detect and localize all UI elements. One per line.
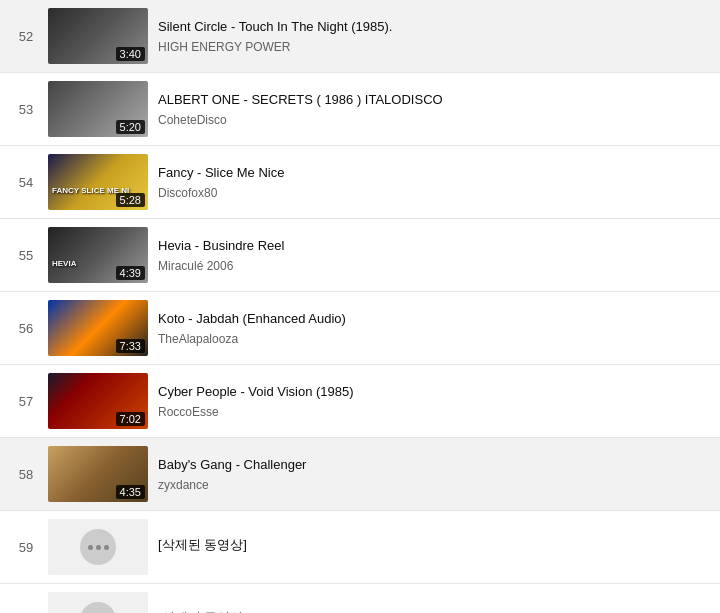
item-title: Silent Circle - Touch In The Night (1985… — [158, 18, 708, 36]
duration-badge: 5:20 — [116, 120, 145, 134]
thumbnail-wrapper — [48, 519, 148, 575]
playlist-item[interactable]: 567:33Koto - Jabdah (Enhanced Audio)TheA… — [0, 292, 720, 365]
duration-badge: 5:28 — [116, 193, 145, 207]
item-title: Baby's Gang - Challenger — [158, 456, 708, 474]
playlist-item[interactable]: 55HEVIA4:39Hevia - Busindre ReelMiraculé… — [0, 219, 720, 292]
item-channel: Miraculé 2006 — [158, 259, 708, 273]
item-info: Cyber People - Void Vision (1985)RoccoEs… — [158, 383, 708, 418]
item-title: Fancy - Slice Me Nice — [158, 164, 708, 182]
playlist-item[interactable]: 59[삭제된 동영상] — [0, 511, 720, 584]
item-info: Hevia - Busindre ReelMiraculé 2006 — [158, 237, 708, 272]
playlist-item[interactable]: 523:40Silent Circle - Touch In The Night… — [0, 0, 720, 73]
item-channel: zyxdance — [158, 478, 708, 492]
item-title: [삭제된 동영상] — [158, 536, 708, 554]
duration-badge: 4:35 — [116, 485, 145, 499]
duration-badge: 7:33 — [116, 339, 145, 353]
playlist-item[interactable]: 60[삭제된 동영상] — [0, 584, 720, 613]
item-number: 55 — [12, 248, 40, 263]
playlist-container: 523:40Silent Circle - Touch In The Night… — [0, 0, 720, 613]
thumbnail-wrapper: 5:20 — [48, 81, 148, 137]
item-info: [삭제된 동영상] — [158, 536, 708, 557]
item-info: Fancy - Slice Me NiceDiscofox80 — [158, 164, 708, 199]
item-channel: TheAlapalooza — [158, 332, 708, 346]
item-info: Koto - Jabdah (Enhanced Audio)TheAlapalo… — [158, 310, 708, 345]
item-title: ALBERT ONE - SECRETS ( 1986 ) ITALODISCO — [158, 91, 708, 109]
duration-badge: 7:02 — [116, 412, 145, 426]
item-number: 56 — [12, 321, 40, 336]
duration-badge: 3:40 — [116, 47, 145, 61]
thumbnail-wrapper: 3:40 — [48, 8, 148, 64]
playlist-item[interactable]: 577:02Cyber People - Void Vision (1985)R… — [0, 365, 720, 438]
item-channel: CoheteDisco — [158, 113, 708, 127]
item-number: 59 — [12, 540, 40, 555]
playlist-item[interactable]: 535:20ALBERT ONE - SECRETS ( 1986 ) ITAL… — [0, 73, 720, 146]
item-number: 53 — [12, 102, 40, 117]
deleted-icon — [80, 602, 116, 613]
item-title: Koto - Jabdah (Enhanced Audio) — [158, 310, 708, 328]
item-channel: Discofox80 — [158, 186, 708, 200]
playlist-item[interactable]: 54FANCY SLICE ME NI5:28Fancy - Slice Me … — [0, 146, 720, 219]
thumbnail-wrapper: 7:02 — [48, 373, 148, 429]
item-number: 52 — [12, 29, 40, 44]
item-title: Hevia - Busindre Reel — [158, 237, 708, 255]
item-info: [삭제된 동영상] — [158, 609, 708, 613]
playlist-item[interactable]: 584:35Baby's Gang - Challengerzyxdance — [0, 438, 720, 511]
duration-badge: 4:39 — [116, 266, 145, 280]
item-channel: RoccoEsse — [158, 405, 708, 419]
item-info: Silent Circle - Touch In The Night (1985… — [158, 18, 708, 53]
item-info: Baby's Gang - Challengerzyxdance — [158, 456, 708, 491]
item-info: ALBERT ONE - SECRETS ( 1986 ) ITALODISCO… — [158, 91, 708, 126]
thumbnail-wrapper: FANCY SLICE ME NI5:28 — [48, 154, 148, 210]
item-number: 57 — [12, 394, 40, 409]
deleted-icon — [80, 529, 116, 565]
thumbnail-wrapper: 7:33 — [48, 300, 148, 356]
item-number: 58 — [12, 467, 40, 482]
thumbnail-wrapper: 4:35 — [48, 446, 148, 502]
thumbnail-wrapper: HEVIA4:39 — [48, 227, 148, 283]
item-number: 54 — [12, 175, 40, 190]
item-title: [삭제된 동영상] — [158, 609, 708, 613]
item-channel: HIGH ENERGY POWER — [158, 40, 708, 54]
thumbnail-wrapper — [48, 592, 148, 613]
item-title: Cyber People - Void Vision (1985) — [158, 383, 708, 401]
